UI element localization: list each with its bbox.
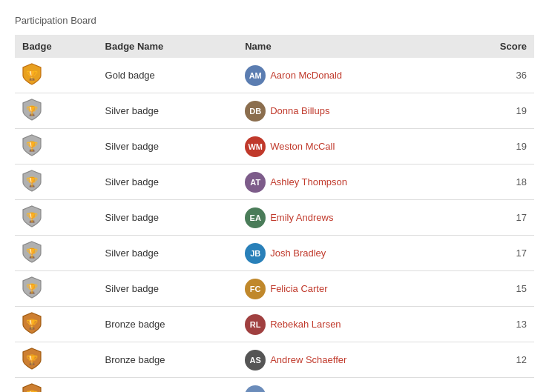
- svg-text:🏆: 🏆: [26, 353, 39, 366]
- table-row: 🏆 Silver badgeATAshley Thompson18: [15, 165, 534, 200]
- avatar: DB: [245, 101, 266, 122]
- badge-cell: 🏆: [15, 236, 98, 271]
- svg-text:🏆: 🏆: [26, 176, 39, 188]
- badge-cell: 🏆: [15, 307, 98, 342]
- name-link[interactable]: Emily Andrews: [270, 212, 333, 223]
- svg-text:🏆: 🏆: [26, 318, 39, 330]
- col-header-badge-name: Badge Name: [98, 35, 238, 58]
- score-cell: 15: [456, 271, 534, 307]
- col-header-name: Name: [237, 35, 456, 58]
- score-cell: 36: [456, 58, 534, 93]
- name-link[interactable]: Aaron McDonald: [270, 70, 342, 81]
- name-cell: AMAaron McDonald: [237, 58, 456, 93]
- name-link[interactable]: Rebekah Larsen: [270, 319, 341, 330]
- name-cell: ASAndrew Schaeffer: [237, 342, 456, 378]
- badge-name-cell: Silver badge: [98, 129, 238, 165]
- page-title: Participation Board: [15, 15, 534, 26]
- svg-text:🏆: 🏆: [26, 247, 39, 259]
- avatar: AT: [245, 172, 266, 193]
- avatar: AM: [245, 65, 266, 86]
- badge-cell: 🏆: [15, 93, 98, 129]
- table-row: 🏆 Silver badgeWMWeston McCall19: [15, 129, 534, 165]
- table-row: 🏆 Bronze badgeASAndrew Schaeffer12: [15, 342, 534, 378]
- badge-name-cell: Bronze badge: [98, 307, 238, 342]
- table-row: 🏆 Silver badgeJBJosh Bradley17: [15, 236, 534, 271]
- badge-name-cell: Bronze badge: [98, 378, 238, 393]
- badge-name-cell: Silver badge: [98, 200, 238, 236]
- badge-cell: 🏆: [15, 165, 98, 200]
- avatar: AS: [245, 350, 266, 371]
- avatar: JB: [245, 243, 266, 264]
- svg-text:🏆: 🏆: [26, 211, 39, 224]
- badge-cell: 🏆: [15, 271, 98, 307]
- name-cell: WMWeston McCall: [237, 129, 456, 165]
- score-cell: 19: [456, 93, 534, 129]
- badge-name-cell: Silver badge: [98, 271, 238, 307]
- table-header-row: Badge Badge Name Name Score: [15, 35, 534, 58]
- name-link[interactable]: Donna Billups: [270, 105, 329, 116]
- badge-cell: 🏆: [15, 342, 98, 378]
- svg-text:🏆: 🏆: [26, 69, 39, 82]
- badge-cell: 🏆: [15, 58, 98, 93]
- table-row: 🏆 Silver badgeDBDonna Billups19: [15, 93, 534, 129]
- badge-name-cell: Silver badge: [98, 165, 238, 200]
- name-link[interactable]: Josh Bradley: [270, 248, 326, 259]
- table-row: 🏆 Bronze badgeJDJames Devore8: [15, 378, 534, 393]
- score-cell: 13: [456, 307, 534, 342]
- badge-name-cell: Gold badge: [98, 58, 238, 93]
- score-cell: 18: [456, 165, 534, 200]
- name-link[interactable]: Ashley Thompson: [270, 176, 347, 187]
- badge-name-cell: Silver badge: [98, 236, 238, 271]
- table-row: 🏆 Silver badgeEAEmily Andrews17: [15, 200, 534, 236]
- participation-table: Badge Badge Name Name Score 🏆 Gold badge…: [15, 35, 534, 392]
- badge-cell: 🏆: [15, 200, 98, 236]
- name-cell: JDJames Devore: [237, 378, 456, 393]
- badge-name-cell: Bronze badge: [98, 342, 238, 378]
- svg-text:🏆: 🏆: [26, 140, 39, 153]
- score-cell: 19: [456, 129, 534, 165]
- table-row: 🏆 Silver badgeFCFelicia Carter15: [15, 271, 534, 307]
- svg-text:🏆: 🏆: [26, 104, 39, 117]
- avatar: RL: [245, 314, 266, 335]
- avatar: JD: [245, 385, 266, 393]
- name-link[interactable]: Andrew Schaeffer: [270, 354, 346, 365]
- avatar: EA: [245, 207, 266, 228]
- name-cell: FCFelicia Carter: [237, 271, 456, 307]
- name-cell: JBJosh Bradley: [237, 236, 456, 271]
- name-cell: RLRebekah Larsen: [237, 307, 456, 342]
- badge-cell: 🏆: [15, 378, 98, 393]
- name-link[interactable]: Weston McCall: [270, 141, 335, 152]
- svg-text:🏆: 🏆: [26, 389, 39, 392]
- avatar: WM: [245, 136, 266, 157]
- table-row: 🏆 Bronze badgeRLRebekah Larsen13: [15, 307, 534, 342]
- score-cell: 17: [456, 200, 534, 236]
- col-header-score: Score: [456, 35, 534, 58]
- name-cell: DBDonna Billups: [237, 93, 456, 129]
- badge-name-cell: Silver badge: [98, 93, 238, 129]
- name-link[interactable]: Felicia Carter: [270, 283, 327, 294]
- name-cell: ATAshley Thompson: [237, 165, 456, 200]
- score-cell: 8: [456, 378, 534, 393]
- table-row: 🏆 Gold badgeAMAaron McDonald36: [15, 58, 534, 93]
- avatar: FC: [245, 279, 266, 299]
- name-cell: EAEmily Andrews: [237, 200, 456, 236]
- score-cell: 17: [456, 236, 534, 271]
- score-cell: 12: [456, 342, 534, 378]
- col-header-badge: Badge: [15, 35, 98, 58]
- svg-text:🏆: 🏆: [26, 282, 39, 295]
- badge-cell: 🏆: [15, 129, 98, 165]
